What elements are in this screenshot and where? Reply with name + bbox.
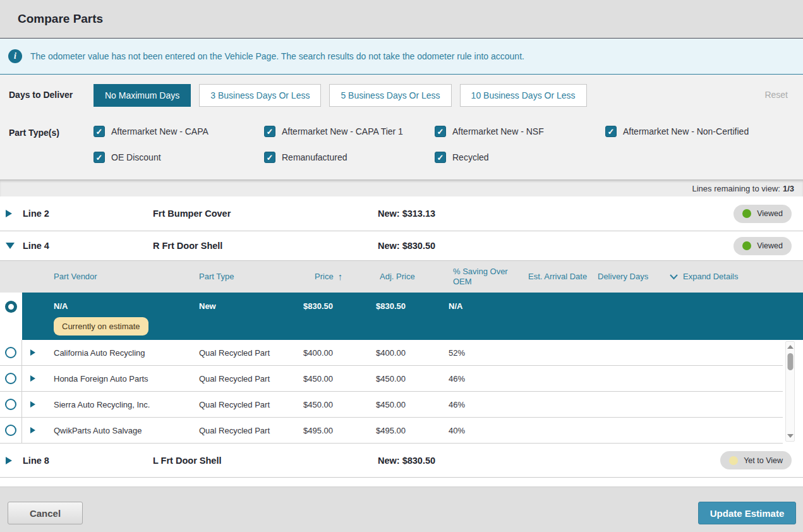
status-badge: Yet to View <box>720 451 792 469</box>
odometer-info-banner: i The odometer value has not been entere… <box>0 39 803 75</box>
filters-section: Days to Deliver No Maximum Days 3 Busine… <box>0 75 803 179</box>
viewed-dot-icon <box>742 209 751 218</box>
checkbox-checked-icon: ✓ <box>94 152 105 163</box>
column-delivery-days[interactable]: Delivery Days <box>591 272 663 282</box>
part-types-grid: ✓ Aftermarket New - CAPA ✓ Aftermarket N… <box>94 122 776 163</box>
days-tab-3-business[interactable]: 3 Business Days Or Less <box>199 84 321 107</box>
column-est-arrival-date[interactable]: Est. Arrival Date <box>522 272 591 282</box>
days-to-deliver-row: Days to Deliver No Maximum Days 3 Busine… <box>9 84 794 107</box>
checkbox-checked-icon: ✓ <box>605 126 617 137</box>
line-price: New: $830.50 <box>378 241 435 251</box>
line-part-name: L Frt Door Shell <box>153 456 378 466</box>
part-type-checkbox-remanufactured[interactable]: ✓ Remanufactured <box>264 152 435 163</box>
adj-price-cell: $830.50 <box>370 293 442 340</box>
price-cell: $450.00 <box>297 374 370 384</box>
part-radio[interactable] <box>5 373 16 384</box>
expand-row-icon[interactable] <box>22 349 47 356</box>
column-adj-price[interactable]: Adj. Price <box>370 272 442 282</box>
lines-remaining-bar: Lines remaining to view: 1/3 <box>0 179 803 196</box>
compare-parts-dialog: Compare Parts i The odometer value has n… <box>0 0 803 532</box>
line-row-4: Line 4 R Frt Door Shell New: $830.50 Vie… <box>0 231 803 261</box>
vertical-scrollbar[interactable] <box>785 341 795 442</box>
part-radio[interactable] <box>5 347 16 358</box>
currently-on-estimate-badge: Currently on estimate <box>54 317 148 336</box>
column-part-vendor[interactable]: Part Vendor <box>47 272 193 282</box>
line-part-name: R Frt Door Shell <box>153 241 378 251</box>
cancel-button[interactable]: Cancel <box>8 502 83 524</box>
expand-line-icon[interactable] <box>0 457 23 464</box>
scroll-up-icon[interactable] <box>787 345 794 349</box>
vendor-row[interactable]: Sierra Auto Recycling, Inc. Qual Recycle… <box>0 392 783 418</box>
part-type-cell: New <box>193 293 297 340</box>
line-row-8: Line 8 L Frt Door Shell New: $830.50 Yet… <box>0 444 803 478</box>
expand-details-control[interactable]: Expand Details <box>663 272 803 282</box>
expand-row-icon[interactable] <box>22 375 47 382</box>
part-type-cell: Qual Recycled Part <box>193 374 297 384</box>
part-type-checkbox-oe-discount[interactable]: ✓ OE Discount <box>94 152 264 163</box>
line-row-2: Line 2 Frt Bumper Cover New: $313.13 Vie… <box>0 196 803 231</box>
page-title: Compare Parts <box>18 12 103 26</box>
part-type-cell: Qual Recycled Part <box>193 400 297 409</box>
line-part-name: Frt Bumper Cover <box>153 209 378 219</box>
part-type-checkbox-non-certified[interactable]: ✓ Aftermarket New - Non-Certified <box>605 126 776 137</box>
saving-cell: 46% <box>442 374 522 384</box>
dialog-footer: Cancel Update Estimate <box>0 487 803 532</box>
info-icon: i <box>8 49 22 63</box>
reset-button[interactable]: Reset <box>764 84 794 100</box>
column-price[interactable]: Price ↑ <box>297 271 370 283</box>
dialog-header: Compare Parts <box>0 0 803 39</box>
days-to-deliver-tabs: No Maximum Days 3 Business Days Or Less … <box>94 84 595 107</box>
days-tab-no-maximum[interactable]: No Maximum Days <box>94 84 191 107</box>
status-badge: Viewed <box>734 205 792 223</box>
banner-message: The odometer value has not been entered … <box>30 51 524 61</box>
part-type-checkbox-capa[interactable]: ✓ Aftermarket New - CAPA <box>94 126 264 137</box>
selected-part-row-body[interactable]: N/A Currently on estimate New $830.50 $8… <box>22 293 803 340</box>
part-vendor-cell: Sierra Auto Recycling, Inc. <box>47 400 193 409</box>
column-part-type[interactable]: Part Type <box>193 272 297 282</box>
adj-price-cell: $450.00 <box>370 374 442 384</box>
part-radio[interactable] <box>5 399 16 410</box>
part-types-row: Part Type(s) ✓ Aftermarket New - CAPA ✓ … <box>9 122 794 163</box>
vendor-row[interactable]: QwikParts Auto Salvage Qual Recycled Par… <box>0 418 783 444</box>
vendor-row[interactable]: Honda Foreign Auto Parts Qual Recycled P… <box>0 366 783 392</box>
lines-remaining-label: Lines remaining to view: <box>692 184 780 193</box>
column-saving-over-oem[interactable]: % Saving Over OEM <box>442 267 522 287</box>
scroll-down-icon[interactable] <box>787 434 794 438</box>
price-cell: $400.00 <box>297 348 370 358</box>
expand-row-icon[interactable] <box>22 427 47 433</box>
part-radio[interactable] <box>5 425 16 436</box>
checkbox-checked-icon: ✓ <box>264 152 275 163</box>
part-type-checkbox-capa-tier1[interactable]: ✓ Aftermarket New - CAPA Tier 1 <box>264 126 435 137</box>
days-tab-5-business[interactable]: 5 Business Days Or Less <box>329 84 451 107</box>
update-estimate-button[interactable]: Update Estimate <box>698 502 796 524</box>
part-vendor-cell: QwikParts Auto Salvage <box>47 426 193 435</box>
checkbox-checked-icon: ✓ <box>435 152 446 163</box>
yet-to-view-dot-icon <box>729 456 738 465</box>
part-type-checkbox-nsf[interactable]: ✓ Aftermarket New - NSF <box>435 126 605 137</box>
checkbox-checked-icon: ✓ <box>264 126 275 137</box>
adj-price-cell: $400.00 <box>370 348 442 358</box>
line-price: New: $313.13 <box>378 209 435 219</box>
expand-row-icon[interactable] <box>22 401 47 408</box>
selected-part-row: N/A Currently on estimate New $830.50 $8… <box>0 293 803 340</box>
part-type-cell: Qual Recycled Part <box>193 426 297 435</box>
sort-ascending-icon: ↑ <box>338 271 343 283</box>
days-to-deliver-label: Days to Deliver <box>9 84 94 100</box>
vendor-rows-region: California Auto Recycling Qual Recycled … <box>0 340 803 444</box>
lines-remaining-value: 1/3 <box>783 184 794 193</box>
days-tab-10-business[interactable]: 10 Business Days Or Less <box>460 84 587 107</box>
status-badge: Viewed <box>734 237 792 255</box>
comparison-table-header: Part Vendor Part Type Price ↑ Adj. Price… <box>0 261 803 293</box>
line-number: Line 4 <box>23 241 153 251</box>
vendor-row[interactable]: California Auto Recycling Qual Recycled … <box>0 340 783 366</box>
price-cell: $830.50 <box>297 293 370 340</box>
line-number: Line 8 <box>23 456 153 466</box>
collapse-line-icon[interactable] <box>0 243 23 249</box>
part-radio-selected[interactable] <box>5 301 17 313</box>
expand-line-icon[interactable] <box>0 210 23 217</box>
part-type-checkbox-recycled[interactable]: ✓ Recycled <box>435 152 605 163</box>
saving-cell: 52% <box>442 348 522 358</box>
scrollbar-thumb[interactable] <box>787 353 793 370</box>
line-price: New: $830.50 <box>378 456 435 466</box>
viewed-dot-icon <box>742 241 751 250</box>
